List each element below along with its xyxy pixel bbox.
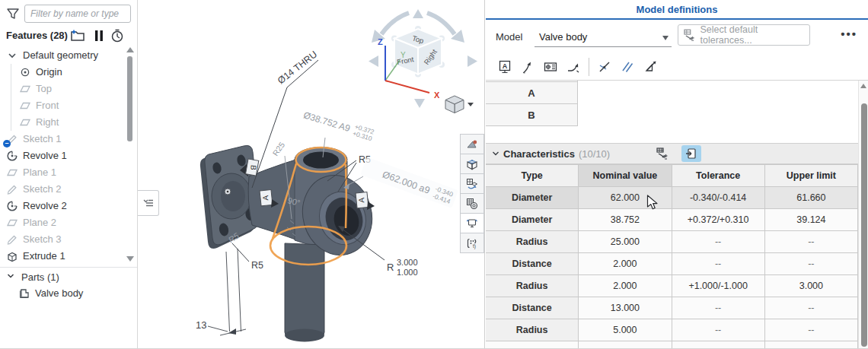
valve-body-model[interactable] [200, 145, 381, 341]
tree-item-plane-1[interactable]: Plane 1 [0, 164, 123, 181]
characteristic-row[interactable]: Radius2.000+1.000/-1.0003.000 [486, 275, 858, 297]
tree-item-revolve-1[interactable]: Revolve 1 [0, 148, 123, 164]
leader-arrow-tool-button[interactable] [516, 58, 539, 76]
side-tab-tolerance-cube[interactable] [460, 154, 484, 174]
tree-item-default-geometry[interactable]: Default geometry [0, 47, 123, 64]
parallelism-tool-button[interactable] [616, 58, 639, 76]
table-cell[interactable]: 62.000 [579, 187, 672, 209]
view-options-button[interactable] [445, 96, 474, 113]
table-cell[interactable]: Radius [486, 275, 579, 297]
table-cell[interactable]: 5.000 [579, 319, 672, 341]
features-header-row: Features (28) [0, 27, 137, 44]
intersection-tool-button[interactable] [593, 58, 616, 76]
scroll-up-icon[interactable] [126, 47, 134, 52]
svg-text:t): t) [473, 243, 476, 249]
export-characteristics-button[interactable] [681, 145, 701, 162]
side-tab-machine[interactable] [460, 213, 484, 233]
table-cell[interactable]: Diameter [486, 209, 579, 231]
panel-scrollbar[interactable] [858, 81, 868, 349]
table-cell[interactable]: Distance [486, 253, 579, 275]
table-cell[interactable]: -- [672, 253, 764, 275]
table-cell[interactable]: -- [764, 319, 857, 341]
filter-icon[interactable] [6, 7, 20, 21]
table-cell[interactable]: 39.124 [764, 209, 857, 231]
part-item-valve-body[interactable]: Valve body [0, 285, 137, 302]
table-cell[interactable]: Distance [486, 297, 579, 319]
characteristic-row[interactable]: Distance13.000---- [486, 297, 858, 319]
datum-table: AB [486, 81, 578, 126]
table-cell[interactable]: Diameter [486, 187, 579, 209]
table-cell[interactable]: -- [764, 297, 857, 319]
characteristics-header[interactable]: Characteristics (10/10) [486, 143, 868, 164]
side-tab-rotate-cube[interactable] [460, 173, 484, 194]
suppressed-badge: – [3, 140, 11, 148]
tree-item-sketch-3[interactable]: Sketch 3 [0, 231, 123, 248]
tree-item-sketch-1[interactable]: –Sketch 1 [0, 131, 123, 148]
collapse-tree-button[interactable] [138, 190, 159, 216]
rollback-icon[interactable] [110, 28, 125, 43]
side-tab-inspection[interactable] [460, 193, 484, 214]
table-cell[interactable]: -- [672, 297, 764, 319]
table-cell[interactable]: -- [764, 231, 857, 253]
tree-item-plane-2[interactable]: Plane 2 [0, 214, 123, 231]
tree-item-right[interactable]: Right [11, 114, 123, 131]
side-tab-appearance[interactable] [460, 134, 484, 154]
characteristic-row[interactable]: Distance2.000---- [486, 253, 858, 275]
annotation-label-tool-button[interactable]: A [493, 58, 516, 76]
scrollbar-thumb[interactable] [127, 56, 132, 141]
add-folder-icon[interactable] [70, 28, 85, 43]
table-cell[interactable]: +0.372/+0.310 [672, 209, 764, 231]
table-cell[interactable]: -- [764, 253, 857, 275]
table-cell[interactable]: 2.000 [579, 275, 672, 297]
datum-flag-a2[interactable]: A [356, 192, 375, 210]
tree-item-origin[interactable]: Origin [11, 64, 123, 81]
table-cell[interactable]: -- [672, 231, 764, 253]
filter-input[interactable] [24, 5, 131, 23]
characteristic-row[interactable]: Diameter38.752+0.372/+0.31039.124 [486, 209, 858, 231]
column-header-type[interactable]: Type [486, 165, 579, 187]
scroll-down-icon[interactable] [126, 256, 134, 262]
datum-row-a[interactable]: A [486, 81, 578, 104]
suspend-icon[interactable] [91, 28, 107, 43]
model-dropdown[interactable]: Valve body [535, 26, 672, 47]
dimension-panel-tool-button[interactable] [539, 58, 562, 76]
column-header-nominal-value[interactable]: Nominal value [579, 165, 672, 187]
column-header-upper-limit[interactable]: Upper limit [764, 165, 857, 187]
bend-dimension-tool-button[interactable] [562, 58, 585, 76]
table-cell[interactable]: 61.660 [764, 187, 857, 209]
table-cell[interactable]: 38.752 [579, 209, 672, 231]
table-cell[interactable]: -0.340/-0.414 [672, 187, 764, 209]
chevron-down-icon [6, 271, 17, 282]
table-cell[interactable]: -- [672, 319, 764, 341]
column-header-tolerance[interactable]: Tolerance [672, 165, 764, 187]
parts-header[interactable]: Parts (1) [0, 268, 137, 285]
tree-item-top[interactable]: Top [11, 81, 123, 97]
table-cell[interactable]: 3.000 [764, 275, 857, 297]
view-cube[interactable]: Top Front Right [391, 25, 445, 78]
side-tab-expressions[interactable]: t) [460, 233, 484, 253]
tree-item-front[interactable]: Front [11, 97, 123, 114]
tree-item-extrude-1[interactable]: Extrude 1 [0, 248, 123, 265]
scroll-up-icon[interactable] [860, 84, 866, 88]
table-cell[interactable]: Radius [486, 319, 579, 341]
dim-radius-5-bottom[interactable]: R5 [232, 243, 263, 271]
tree-scrollbar[interactable] [126, 47, 135, 266]
table-cell[interactable]: +1.000/-1.000 [672, 275, 764, 297]
tree-item-sketch-2[interactable]: Sketch 2 [0, 181, 123, 198]
apply-default-tolerances-button[interactable] [653, 145, 672, 162]
tree-item-revolve-2[interactable]: Revolve 2 [0, 198, 123, 214]
datum-row-b[interactable]: B [486, 103, 578, 126]
characteristic-row[interactable]: Radius25.000---- [486, 231, 858, 253]
characteristic-row[interactable]: Radius5.000---- [486, 319, 858, 341]
table-cell[interactable]: Radius [486, 231, 579, 253]
characteristic-row[interactable]: Diameter62.000-0.340/-0.41461.660 [486, 187, 858, 209]
graphics-viewport[interactable]: Top Front Right Z Y X [138, 0, 485, 349]
table-cell[interactable]: 2.000 [579, 253, 672, 275]
table-cell[interactable]: 13.000 [579, 297, 672, 319]
dim-length-13[interactable]: 13 [196, 249, 246, 335]
select-default-tolerances-button[interactable]: Select default tolerances... [678, 24, 810, 46]
overflow-menu-button[interactable]: ••• [841, 27, 857, 40]
datum-tool-button[interactable] [639, 58, 662, 76]
table-cell[interactable]: 25.000 [579, 231, 672, 253]
scrollbar-thumb[interactable] [861, 103, 867, 347]
